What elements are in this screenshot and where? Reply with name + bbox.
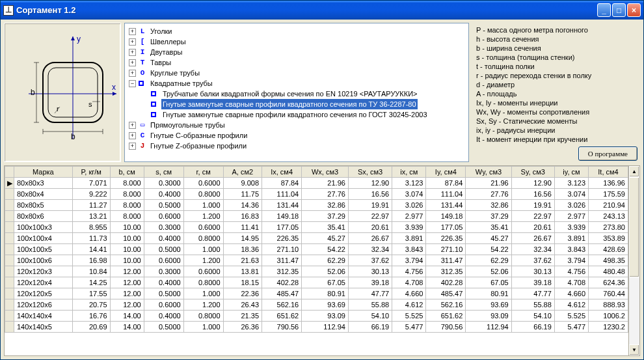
cell[interactable]: 1.200	[183, 255, 223, 266]
column-header[interactable]: Iy, см4	[426, 167, 466, 178]
cell[interactable]: 100x100x4	[14, 233, 73, 244]
cell[interactable]: 20.75	[72, 299, 110, 311]
cell[interactable]: 0.4000	[144, 311, 183, 322]
cell[interactable]: 0.6000	[183, 222, 223, 233]
cell[interactable]: 8.000	[110, 200, 144, 211]
cell[interactable]: 0.3000	[144, 178, 183, 189]
cell[interactable]: 112.94	[466, 322, 511, 333]
cell[interactable]: 3.843	[392, 244, 426, 255]
cell[interactable]: 4.612	[554, 299, 588, 311]
tree-item[interactable]: +LУголки	[126, 26, 467, 36]
cell[interactable]: 80.91	[466, 288, 511, 299]
cell[interactable]: 0.4000	[144, 233, 183, 244]
cell[interactable]: 312.35	[426, 266, 466, 277]
cell[interactable]: 8.955	[72, 222, 110, 233]
cell[interactable]: 3.026	[392, 200, 426, 211]
cell[interactable]: 0.3000	[144, 266, 183, 277]
cell[interactable]: 9.222	[72, 189, 110, 200]
expander-icon[interactable]: +	[129, 132, 136, 139]
cell[interactable]: 87.84	[426, 178, 466, 189]
cell[interactable]: 35.41	[466, 222, 511, 233]
cell[interactable]: 66.19	[511, 322, 554, 333]
cell[interactable]: 9.008	[223, 178, 262, 189]
cell[interactable]: 271.10	[426, 244, 466, 255]
cell[interactable]: 3.891	[392, 233, 426, 244]
cell[interactable]: 2.977	[392, 211, 426, 222]
vertical-scrollbar[interactable]: ▲ ▼	[629, 165, 640, 356]
cell[interactable]: 13.81	[223, 266, 262, 277]
cell[interactable]: 4.612	[392, 299, 426, 311]
cell[interactable]: 0.8000	[183, 233, 223, 244]
cell[interactable]: 80x80x5	[14, 200, 73, 211]
table-row[interactable]: 80x80x511.278.0000.50001.00014.36131.443…	[5, 200, 628, 211]
cell[interactable]: 10.00	[110, 222, 144, 233]
cell[interactable]: 177.05	[426, 222, 466, 233]
tree-item[interactable]: +▭Прямоугольные трубы	[126, 120, 467, 130]
cell[interactable]: 210.94	[589, 200, 628, 211]
expander-icon[interactable]: +	[129, 122, 136, 129]
cell[interactable]: 0.4000	[144, 189, 183, 200]
column-header[interactable]: P, кг/м	[72, 167, 110, 178]
cell[interactable]: 140x140x4	[14, 311, 73, 322]
cell[interactable]: 20.69	[72, 322, 110, 333]
maximize-button[interactable]: □	[612, 3, 626, 17]
cell[interactable]: 226.35	[426, 233, 466, 244]
cell[interactable]: 26.67	[348, 233, 392, 244]
scroll-track[interactable]	[629, 177, 639, 344]
cell[interactable]: 177.05	[262, 222, 302, 233]
tree-item[interactable]: Трубчатые балки квадратной формы сечения…	[126, 89, 467, 99]
scroll-up-button[interactable]: ▲	[629, 166, 639, 177]
cell[interactable]: 498.35	[589, 255, 628, 266]
cell[interactable]: 93.09	[302, 311, 349, 322]
tree-item[interactable]: +[Швеллеры	[126, 36, 467, 47]
cell[interactable]: 80x80x3	[14, 178, 73, 189]
column-header[interactable]: Sx, см3	[348, 167, 392, 178]
cell[interactable]: 273.80	[589, 222, 628, 233]
cell[interactable]: 888.93	[589, 299, 628, 311]
cell[interactable]: 1006.2	[589, 311, 628, 322]
cell[interactable]: 62.29	[302, 255, 349, 266]
cell[interactable]: 112.94	[302, 322, 349, 333]
tree-item[interactable]: Гнутые замкнутые сварные профили квадрат…	[126, 99, 467, 109]
cell[interactable]: 17.55	[72, 288, 110, 299]
cell[interactable]: 55.88	[511, 299, 554, 311]
cell[interactable]: 0.6000	[144, 299, 183, 311]
cell[interactable]: 0.5000	[144, 244, 183, 255]
cell[interactable]: 243.13	[589, 211, 628, 222]
cell[interactable]: 19.91	[511, 200, 554, 211]
column-header[interactable]: b, см	[110, 167, 144, 178]
column-header[interactable]: s, см	[144, 167, 183, 178]
cell[interactable]: 45.27	[466, 233, 511, 244]
cell[interactable]: 353.89	[589, 233, 628, 244]
cell[interactable]: 5.477	[554, 322, 588, 333]
column-header[interactable]: Марка	[14, 167, 73, 178]
cell[interactable]: 20.61	[511, 222, 554, 233]
cell[interactable]: 22.97	[511, 211, 554, 222]
cell[interactable]: 0.5000	[144, 288, 183, 299]
cell[interactable]: 37.62	[511, 255, 554, 266]
cell[interactable]: 10.84	[72, 266, 110, 277]
cell[interactable]: 27.76	[466, 189, 511, 200]
cell[interactable]: 5.525	[554, 311, 588, 322]
cell[interactable]: 1230.2	[589, 322, 628, 333]
cell[interactable]: 32.34	[348, 244, 392, 255]
cell[interactable]: 18.36	[223, 244, 262, 255]
cell[interactable]: 14.00	[110, 311, 144, 322]
cell[interactable]: 402.28	[262, 277, 302, 288]
table-row[interactable]: 80x80x49.2228.0000.40000.800011.75111.04…	[5, 189, 628, 200]
cell[interactable]: 4.660	[392, 288, 426, 299]
cell[interactable]: 12.00	[110, 266, 144, 277]
cell[interactable]: 0.4000	[144, 277, 183, 288]
cell[interactable]: 3.843	[554, 244, 588, 255]
scroll-down-button[interactable]: ▼	[629, 344, 639, 355]
cell[interactable]: 100x100x6	[14, 255, 73, 266]
cell[interactable]: 7.071	[72, 178, 110, 189]
cell[interactable]: 14.00	[110, 322, 144, 333]
expander-icon[interactable]: +	[129, 59, 136, 66]
column-header[interactable]: It, см4	[589, 167, 628, 178]
tree-item[interactable]: +CГнутые С-образные профили	[126, 130, 467, 141]
cell[interactable]: 311.47	[262, 255, 302, 266]
cell[interactable]: 21.96	[302, 178, 349, 189]
cell[interactable]: 3.123	[554, 178, 588, 189]
cell[interactable]: 3.026	[554, 200, 588, 211]
